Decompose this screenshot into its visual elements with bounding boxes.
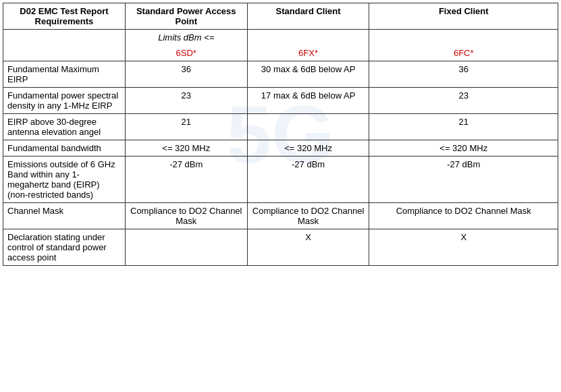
cell-fc-6: X	[369, 229, 558, 266]
header-requirements: D02 EMC Test Report Requirements	[3, 3, 126, 30]
table-row: Channel MaskCompliance to DO2 Channel Ma…	[3, 203, 558, 229]
code-fc: 6FC*	[369, 45, 558, 61]
code-spap: 6SD*	[125, 45, 247, 61]
cell-fc-2: 21	[369, 114, 558, 140]
cell-sc-1: 17 max & 6dB below AP	[247, 88, 369, 114]
limits-label: Limits dBm <=	[125, 30, 247, 46]
table-row: Declaration stating under control of sta…	[3, 229, 558, 266]
cell-spap-4: -27 dBm	[125, 157, 247, 203]
cell-spap-2: 21	[125, 114, 247, 140]
cell-sc-4: -27 dBm	[247, 157, 369, 203]
header-spap: Standard Power Access Point	[125, 3, 247, 30]
cell-spap-0: 36	[125, 61, 247, 88]
cell-sc-0: 30 max & 6dB below AP	[247, 61, 369, 88]
cell-sc-6: X	[247, 229, 369, 266]
limits-label-cell	[3, 30, 126, 46]
table-row: Fundamental Maximum EIRP3630 max & 6dB b…	[3, 61, 558, 88]
cell-req-5: Channel Mask	[3, 203, 126, 229]
cell-spap-6	[125, 229, 247, 266]
table-row: EIRP above 30-degree antenna elevation a…	[3, 114, 558, 140]
cell-spap-3: <= 320 MHz	[125, 140, 247, 157]
cell-req-1: Fundamental power spectral density in an…	[3, 88, 126, 114]
table-row: Emissions outside of 6 GHz Band within a…	[3, 157, 558, 203]
cell-sc-2	[247, 114, 369, 140]
cell-req-2: EIRP above 30-degree antenna elevation a…	[3, 114, 126, 140]
cell-fc-4: -27 dBm	[369, 157, 558, 203]
cell-sc-3: <= 320 MHz	[247, 140, 369, 157]
cell-fc-0: 36	[369, 61, 558, 88]
cell-req-0: Fundamental Maximum EIRP	[3, 61, 126, 88]
code-sc: 6FX*	[247, 45, 369, 61]
cell-req-6: Declaration stating under control of sta…	[3, 229, 126, 266]
table-row: Fundamental bandwidth<= 320 MHz<= 320 MH…	[3, 140, 558, 157]
table-row: Fundamental power spectral density in an…	[3, 88, 558, 114]
cell-fc-3: <= 320 MHz	[369, 140, 558, 157]
limits-fc-empty	[369, 30, 558, 46]
header-fc: Fixed Client	[369, 3, 558, 30]
cell-sc-5: Compliance to DO2 Channel Mask	[247, 203, 369, 229]
cell-req-3: Fundamental bandwidth	[3, 140, 126, 157]
cell-spap-5: Compliance to DO2 Channel Mask	[125, 203, 247, 229]
header-sc: Standard Client	[247, 3, 369, 30]
limits-sc-empty	[247, 30, 369, 46]
cell-fc-1: 23	[369, 88, 558, 114]
code-req-empty	[3, 45, 126, 61]
cell-req-4: Emissions outside of 6 GHz Band within a…	[3, 157, 126, 203]
emc-test-table: D02 EMC Test Report Requirements Standar…	[3, 3, 558, 266]
cell-fc-5: Compliance to DO2 Channel Mask	[369, 203, 558, 229]
table-wrapper: 5G D02 EMC Test Report Requirements Stan…	[3, 3, 558, 266]
cell-spap-1: 23	[125, 88, 247, 114]
